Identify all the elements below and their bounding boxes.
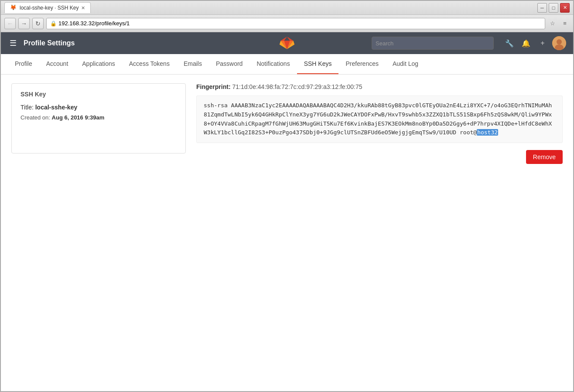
refresh-button[interactable]: ↻ bbox=[32, 18, 44, 29]
forward-button[interactable]: → bbox=[18, 18, 30, 29]
ssh-key-title: Title: local-sshe-key bbox=[20, 104, 177, 111]
created-value: Aug 6, 2016 9:39am bbox=[52, 114, 105, 121]
bell-icon[interactable]: 🔔 bbox=[519, 36, 533, 50]
gitlab-logo bbox=[279, 35, 295, 51]
ssh-key-card-heading: SSH Key bbox=[20, 91, 177, 98]
fingerprint-label: Fingerprint: bbox=[196, 83, 231, 90]
back-button[interactable]: ← bbox=[4, 18, 16, 29]
url-input[interactable] bbox=[58, 20, 541, 27]
tab-ssh-keys[interactable]: SSH Keys bbox=[297, 54, 339, 74]
tab-applications[interactable]: Applications bbox=[75, 54, 122, 74]
plus-icon[interactable]: + bbox=[536, 36, 550, 50]
svg-point-1 bbox=[557, 39, 562, 44]
tab-profile[interactable]: Profile bbox=[8, 54, 39, 74]
tab-close-button[interactable]: ✕ bbox=[81, 5, 85, 11]
bookmark-icon[interactable]: ☆ bbox=[548, 19, 557, 28]
tab-bar: 🦊 local-sshe-key · SSH Key ✕ bbox=[4, 2, 91, 13]
tab-account[interactable]: Account bbox=[39, 54, 75, 74]
key-body: ssh-rsa AAAAB3NzaC1yc2EAAAADAQABAAABAQC4… bbox=[196, 95, 563, 143]
title-value: local-sshe-key bbox=[35, 104, 78, 111]
avatar-button[interactable] bbox=[552, 36, 566, 50]
search-container bbox=[372, 37, 494, 50]
gitlab-navbar: ☰ Profile Settings 🔧 🔔 + bbox=[1, 32, 573, 54]
tab-title: local-sshe-key · SSH Key bbox=[20, 5, 79, 11]
ssh-key-card: SSH Key Title: local-sshe-key Created on… bbox=[11, 83, 186, 153]
window-controls: ─ □ ✕ bbox=[537, 3, 570, 13]
key-text-highlight: host32 bbox=[477, 129, 498, 136]
page-content: ☰ Profile Settings 🔧 🔔 + bbox=[1, 32, 573, 391]
address-bar-row: ← → ↻ 🔒 ☆ ≡ bbox=[1, 15, 573, 32]
menu-icon[interactable]: ≡ bbox=[560, 19, 570, 28]
browser-window: 🦊 local-sshe-key · SSH Key ✕ ─ □ ✕ ← → ↻… bbox=[0, 0, 574, 392]
close-button[interactable]: ✕ bbox=[560, 3, 570, 13]
remove-button[interactable]: Remove bbox=[526, 150, 563, 164]
address-bar[interactable]: 🔒 bbox=[46, 18, 545, 29]
key-details-panel: Fingerprint: 71:1d:0e:44:98:fa:72:7c:cd:… bbox=[196, 83, 563, 164]
fingerprint-row: Fingerprint: 71:1d:0e:44:98:fa:72:7c:cd:… bbox=[196, 83, 563, 90]
navbar-icons: 🔧 🔔 + bbox=[502, 36, 566, 50]
search-input[interactable] bbox=[372, 37, 494, 50]
tab-access-tokens[interactable]: Access Tokens bbox=[122, 54, 177, 74]
title-bar: 🦊 local-sshe-key · SSH Key ✕ ─ □ ✕ bbox=[1, 1, 573, 15]
tab-emails[interactable]: Emails bbox=[177, 54, 209, 74]
fingerprint-value: 71:1d:0e:44:98:fa:72:7c:cd:97:29:a3:12:f… bbox=[232, 83, 362, 90]
navbar-title: Profile Settings bbox=[24, 39, 75, 47]
key-text-main: ssh-rsa AAAAB3NzaC1yc2EAAAADAQABAAABAQC4… bbox=[204, 102, 552, 136]
tab-password[interactable]: Password bbox=[209, 54, 249, 74]
hamburger-menu[interactable]: ☰ bbox=[8, 37, 18, 50]
tab-audit-log[interactable]: Audit Log bbox=[386, 54, 425, 74]
minimize-button[interactable]: ─ bbox=[537, 3, 547, 13]
user-avatar bbox=[552, 36, 566, 50]
tab-favicon: 🦊 bbox=[10, 4, 17, 11]
title-label: Title: bbox=[20, 104, 34, 111]
profile-tabs: Profile Account Applications Access Toke… bbox=[1, 54, 573, 75]
content-area: SSH Key Title: local-sshe-key Created on… bbox=[11, 83, 563, 164]
maximize-button[interactable]: □ bbox=[549, 3, 558, 13]
created-label: Created on: bbox=[20, 114, 50, 121]
main-content: SSH Key Title: local-sshe-key Created on… bbox=[1, 75, 573, 173]
browser-tab[interactable]: 🦊 local-sshe-key · SSH Key ✕ bbox=[4, 2, 91, 13]
ssh-key-created: Created on: Aug 6, 2016 9:39am bbox=[20, 114, 177, 121]
tab-notifications[interactable]: Notifications bbox=[249, 54, 297, 74]
wrench-icon[interactable]: 🔧 bbox=[502, 36, 516, 50]
tab-preferences[interactable]: Preferences bbox=[338, 54, 385, 74]
